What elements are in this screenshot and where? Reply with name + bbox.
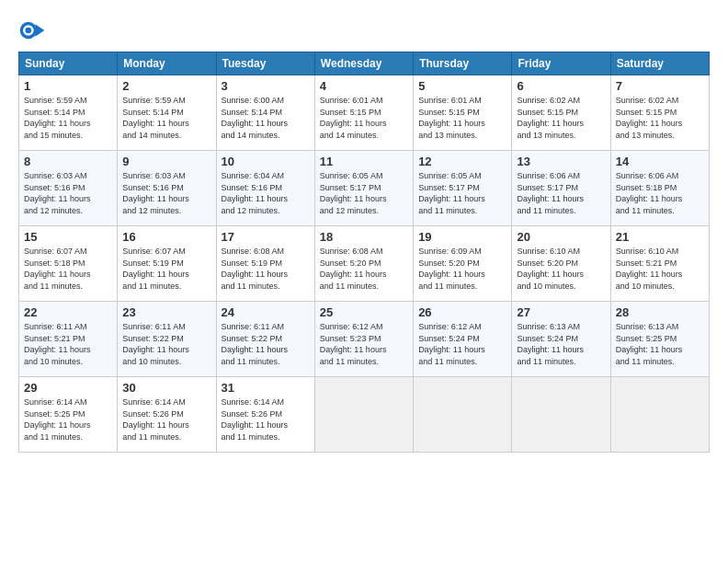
calendar-cell: 25Sunrise: 6:12 AMSunset: 5:23 PMDayligh… <box>314 302 413 377</box>
logo-icon <box>18 17 46 44</box>
calendar-cell <box>512 377 610 453</box>
cell-content: Sunrise: 6:08 AMSunset: 5:20 PMDaylight:… <box>320 246 408 292</box>
day-number: 26 <box>418 305 506 319</box>
week-row-1: 8Sunrise: 6:03 AMSunset: 5:16 PMDaylight… <box>19 151 710 226</box>
day-number: 19 <box>418 230 506 244</box>
cell-content: Sunrise: 6:12 AMSunset: 5:24 PMDaylight:… <box>418 321 506 367</box>
cell-content: Sunrise: 5:59 AMSunset: 5:14 PMDaylight:… <box>122 95 210 141</box>
cell-content: Sunrise: 5:59 AMSunset: 5:14 PMDaylight:… <box>24 95 112 141</box>
cell-content: Sunrise: 6:04 AMSunset: 5:16 PMDaylight:… <box>222 170 310 216</box>
day-number: 8 <box>24 155 112 168</box>
calendar-cell: 20Sunrise: 6:10 AMSunset: 5:20 PMDayligh… <box>512 226 610 302</box>
logo <box>18 17 50 44</box>
calendar-cell: 16Sunrise: 6:07 AMSunset: 5:19 PMDayligh… <box>118 226 216 302</box>
weekday-header-thursday: Thursday <box>414 52 512 75</box>
day-number: 2 <box>122 79 210 93</box>
calendar-cell: 1Sunrise: 5:59 AMSunset: 5:14 PMDaylight… <box>19 75 118 151</box>
weekday-header-tuesday: Tuesday <box>216 52 314 75</box>
week-row-4: 29Sunrise: 6:14 AMSunset: 5:25 PMDayligh… <box>19 377 710 453</box>
cell-content: Sunrise: 6:01 AMSunset: 5:15 PMDaylight:… <box>418 95 506 141</box>
calendar-cell: 8Sunrise: 6:03 AMSunset: 5:16 PMDaylight… <box>19 151 118 226</box>
calendar-cell <box>610 377 709 453</box>
cell-content: Sunrise: 6:02 AMSunset: 5:15 PMDaylight:… <box>616 95 704 141</box>
calendar-cell: 3Sunrise: 6:00 AMSunset: 5:14 PMDaylight… <box>216 75 314 151</box>
day-number: 20 <box>517 230 605 244</box>
weekday-header-sunday: Sunday <box>19 52 118 75</box>
day-number: 7 <box>616 79 704 93</box>
day-number: 1 <box>24 79 112 93</box>
day-number: 15 <box>24 230 112 244</box>
day-number: 25 <box>320 305 408 319</box>
calendar-cell: 4Sunrise: 6:01 AMSunset: 5:15 PMDaylight… <box>314 75 413 151</box>
day-number: 11 <box>320 155 408 168</box>
calendar-cell: 30Sunrise: 6:14 AMSunset: 5:26 PMDayligh… <box>118 377 216 453</box>
calendar-cell: 7Sunrise: 6:02 AMSunset: 5:15 PMDaylight… <box>610 75 709 151</box>
cell-content: Sunrise: 6:11 AMSunset: 5:22 PMDaylight:… <box>222 321 310 367</box>
day-number: 21 <box>616 230 704 244</box>
day-number: 3 <box>222 79 310 93</box>
cell-content: Sunrise: 6:12 AMSunset: 5:23 PMDaylight:… <box>320 321 408 367</box>
day-number: 17 <box>222 230 310 244</box>
cell-content: Sunrise: 6:10 AMSunset: 5:21 PMDaylight:… <box>616 246 704 292</box>
calendar-cell: 29Sunrise: 6:14 AMSunset: 5:25 PMDayligh… <box>19 377 118 453</box>
day-number: 31 <box>222 381 310 395</box>
day-number: 9 <box>122 155 210 168</box>
day-number: 5 <box>418 79 506 93</box>
cell-content: Sunrise: 6:07 AMSunset: 5:19 PMDaylight:… <box>122 246 210 292</box>
cell-content: Sunrise: 6:11 AMSunset: 5:21 PMDaylight:… <box>24 321 112 367</box>
calendar-cell: 19Sunrise: 6:09 AMSunset: 5:20 PMDayligh… <box>414 226 512 302</box>
calendar-cell: 26Sunrise: 6:12 AMSunset: 5:24 PMDayligh… <box>414 302 512 377</box>
calendar-cell: 13Sunrise: 6:06 AMSunset: 5:17 PMDayligh… <box>512 151 610 226</box>
svg-marker-3 <box>35 24 44 36</box>
day-number: 6 <box>517 79 605 93</box>
day-number: 10 <box>222 155 310 168</box>
calendar-cell <box>314 377 413 453</box>
day-number: 14 <box>616 155 704 168</box>
calendar-table: SundayMondayTuesdayWednesdayThursdayFrid… <box>18 52 710 453</box>
header <box>18 17 710 44</box>
day-number: 16 <box>122 230 210 244</box>
calendar-cell: 23Sunrise: 6:11 AMSunset: 5:22 PMDayligh… <box>118 302 216 377</box>
cell-content: Sunrise: 6:06 AMSunset: 5:17 PMDaylight:… <box>517 170 605 216</box>
cell-content: Sunrise: 6:07 AMSunset: 5:18 PMDaylight:… <box>24 246 112 292</box>
calendar-cell: 11Sunrise: 6:05 AMSunset: 5:17 PMDayligh… <box>314 151 413 226</box>
week-row-0: 1Sunrise: 5:59 AMSunset: 5:14 PMDaylight… <box>19 75 710 151</box>
week-row-3: 22Sunrise: 6:11 AMSunset: 5:21 PMDayligh… <box>19 302 710 377</box>
cell-content: Sunrise: 6:05 AMSunset: 5:17 PMDaylight:… <box>418 170 506 216</box>
cell-content: Sunrise: 6:03 AMSunset: 5:16 PMDaylight:… <box>24 170 112 216</box>
cell-content: Sunrise: 6:13 AMSunset: 5:25 PMDaylight:… <box>616 321 704 367</box>
cell-content: Sunrise: 6:00 AMSunset: 5:14 PMDaylight:… <box>222 95 310 141</box>
calendar-cell: 6Sunrise: 6:02 AMSunset: 5:15 PMDaylight… <box>512 75 610 151</box>
day-number: 12 <box>418 155 506 168</box>
calendar-cell: 9Sunrise: 6:03 AMSunset: 5:16 PMDaylight… <box>118 151 216 226</box>
calendar-cell: 2Sunrise: 5:59 AMSunset: 5:14 PMDaylight… <box>118 75 216 151</box>
calendar-cell: 5Sunrise: 6:01 AMSunset: 5:15 PMDaylight… <box>414 75 512 151</box>
cell-content: Sunrise: 6:14 AMSunset: 5:26 PMDaylight:… <box>222 396 310 442</box>
weekday-header-saturday: Saturday <box>610 52 709 75</box>
cell-content: Sunrise: 6:01 AMSunset: 5:15 PMDaylight:… <box>320 95 408 141</box>
cell-content: Sunrise: 6:13 AMSunset: 5:24 PMDaylight:… <box>517 321 605 367</box>
calendar-cell: 27Sunrise: 6:13 AMSunset: 5:24 PMDayligh… <box>512 302 610 377</box>
calendar-cell: 17Sunrise: 6:08 AMSunset: 5:19 PMDayligh… <box>216 226 314 302</box>
weekday-header-row: SundayMondayTuesdayWednesdayThursdayFrid… <box>19 52 710 75</box>
cell-content: Sunrise: 6:05 AMSunset: 5:17 PMDaylight:… <box>320 170 408 216</box>
day-number: 27 <box>517 305 605 319</box>
cell-content: Sunrise: 6:03 AMSunset: 5:16 PMDaylight:… <box>122 170 210 216</box>
svg-point-2 <box>26 28 32 34</box>
day-number: 30 <box>122 381 210 395</box>
cell-content: Sunrise: 6:09 AMSunset: 5:20 PMDaylight:… <box>418 246 506 292</box>
day-number: 13 <box>517 155 605 168</box>
cell-content: Sunrise: 6:11 AMSunset: 5:22 PMDaylight:… <box>122 321 210 367</box>
weekday-header-monday: Monday <box>118 52 216 75</box>
calendar-cell: 14Sunrise: 6:06 AMSunset: 5:18 PMDayligh… <box>610 151 709 226</box>
calendar-cell: 18Sunrise: 6:08 AMSunset: 5:20 PMDayligh… <box>314 226 413 302</box>
weekday-header-wednesday: Wednesday <box>314 52 413 75</box>
cell-content: Sunrise: 6:06 AMSunset: 5:18 PMDaylight:… <box>616 170 704 216</box>
calendar-cell: 24Sunrise: 6:11 AMSunset: 5:22 PMDayligh… <box>216 302 314 377</box>
week-row-2: 15Sunrise: 6:07 AMSunset: 5:18 PMDayligh… <box>19 226 710 302</box>
cell-content: Sunrise: 6:14 AMSunset: 5:25 PMDaylight:… <box>24 396 112 442</box>
day-number: 23 <box>122 305 210 319</box>
calendar-cell <box>414 377 512 453</box>
day-number: 29 <box>24 381 112 395</box>
cell-content: Sunrise: 6:08 AMSunset: 5:19 PMDaylight:… <box>222 246 310 292</box>
